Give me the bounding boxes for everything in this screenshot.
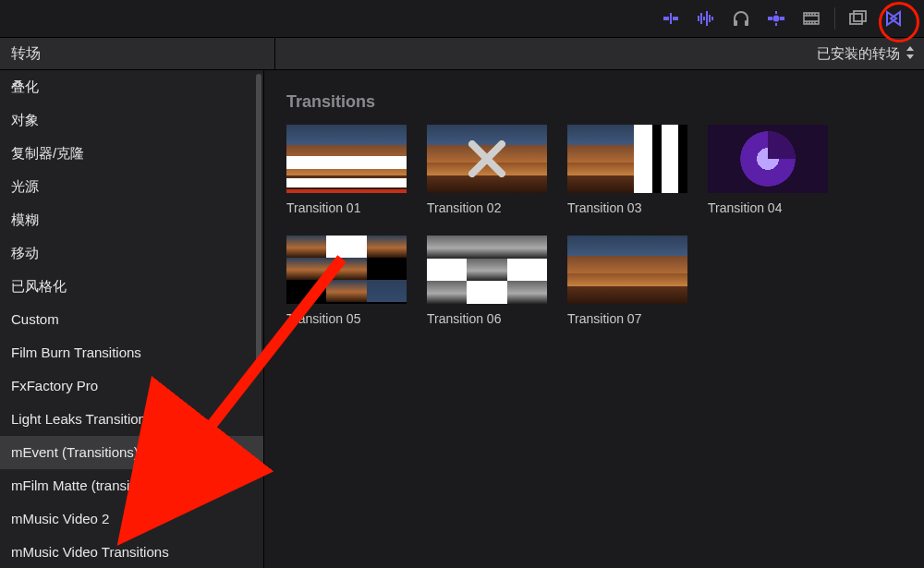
sidebar-item-label: 移动: [11, 245, 39, 260]
transition-label: Transition 06: [427, 311, 547, 326]
transition-grid: Transition 01Transition 02Transition 03T…: [286, 125, 924, 326]
svg-rect-2: [670, 13, 672, 24]
updown-chevron-icon: [906, 46, 915, 62]
sidebar-item[interactable]: 叠化: [0, 70, 263, 103]
sidebar-item-label: 叠化: [11, 79, 39, 94]
headphones-icon[interactable]: [731, 8, 751, 29]
transition-label: Transition 07: [567, 311, 687, 326]
transition-thumbnail: [286, 125, 407, 193]
transition-label: Transition 03: [567, 200, 687, 215]
sidebar-header: 转场: [0, 38, 275, 69]
sidebar-item[interactable]: 移动: [0, 236, 263, 270]
transition-item[interactable]: Transition 03: [567, 125, 687, 215]
svg-rect-28: [854, 11, 866, 21]
waveform-icon[interactable]: [696, 8, 716, 29]
transition-thumbnail: [708, 125, 828, 193]
sidebar-item-label: 已风格化: [11, 278, 67, 294]
sidebar-item[interactable]: Light Leaks Transitions: [0, 403, 263, 436]
split-icon[interactable]: [661, 8, 681, 29]
transition-thumbnail: [427, 125, 547, 193]
svg-rect-15: [775, 23, 777, 26]
transition-thumbnail: [567, 125, 687, 193]
sidebar-item[interactable]: mMusic Video 2: [0, 502, 263, 536]
body: 叠化对象复制器/克隆光源模糊移动已风格化CustomFilm Burn Tran…: [0, 70, 924, 568]
toolbar-group-audio: [648, 0, 834, 37]
transition-label: Transition 02: [427, 200, 547, 215]
sidebar-item-label: mFilm Matte (transitions): [11, 477, 164, 493]
svg-rect-10: [745, 20, 748, 26]
filter-dropdown[interactable]: 已安装的转场: [275, 38, 924, 69]
transition-label: Transition 05: [286, 311, 407, 326]
svg-point-13: [773, 16, 780, 22]
svg-rect-12: [780, 17, 784, 20]
main-panel: Transitions Transition 01Transition 02Tr…: [264, 70, 924, 568]
svg-rect-8: [711, 17, 713, 20]
category-title: 转场: [11, 44, 41, 64]
transition-item[interactable]: Transition 02: [427, 125, 547, 215]
sidebar-item-label: Film Burn Transitions: [11, 344, 141, 360]
sidebar-item-label: 光源: [11, 178, 39, 194]
svg-rect-1: [673, 17, 678, 20]
section-title: Transitions: [286, 92, 924, 112]
svg-rect-27: [850, 14, 862, 24]
sidebar-item-label: Custom: [11, 311, 59, 327]
filmstrip-icon[interactable]: [801, 8, 821, 29]
transition-thumbnail: [286, 236, 407, 304]
top-toolbar: [0, 0, 924, 38]
sidebar-item-label: 复制器/克隆: [11, 145, 84, 161]
transition-thumbnail: [567, 236, 687, 304]
transition-item[interactable]: Transition 06: [427, 236, 547, 326]
svg-rect-3: [698, 16, 699, 21]
sidebar-item[interactable]: mFilm Matte (transitions): [0, 469, 263, 502]
sidebar-scrollbar[interactable]: [256, 74, 261, 369]
transition-item[interactable]: Transition 04: [708, 125, 828, 215]
svg-rect-4: [700, 13, 702, 24]
sidebar-item[interactable]: 模糊: [0, 203, 263, 236]
transition-label: Transition 01: [286, 200, 407, 215]
transition-thumbnail: [427, 236, 547, 304]
sidebar-item[interactable]: 已风格化: [0, 270, 263, 303]
svg-rect-9: [734, 20, 737, 26]
sidebar-item[interactable]: Custom: [0, 303, 263, 336]
sidebar-item[interactable]: 光源: [0, 170, 263, 203]
svg-rect-0: [663, 17, 669, 20]
sidebar-item-label: mMusic Video 2: [11, 511, 109, 526]
sidebar-item-label: 模糊: [11, 211, 39, 227]
sidebar-item[interactable]: mEvent (Transitions): [0, 436, 263, 469]
sidebar-item-label: 对象: [11, 112, 39, 127]
sidebar-item[interactable]: Film Burn Transitions: [0, 336, 263, 369]
svg-rect-14: [775, 11, 777, 14]
sidebar-item[interactable]: mMusic Video Transitions: [0, 536, 263, 568]
transition-item[interactable]: Transition 01: [286, 125, 407, 215]
svg-rect-5: [703, 17, 705, 20]
sidebar-item[interactable]: 复制器/克隆: [0, 137, 263, 170]
header-row: 转场 已安装的转场: [0, 38, 924, 70]
color-wheel-icon[interactable]: [766, 8, 786, 29]
filter-label: 已安装的转场: [817, 45, 900, 63]
svg-rect-6: [706, 11, 708, 26]
media-browser-icon[interactable]: [848, 8, 869, 29]
transitions-browser-icon[interactable]: [883, 8, 904, 29]
sidebar-item-label: mMusic Video Transitions: [11, 544, 169, 560]
sidebar-item-label: Light Leaks Transitions: [11, 411, 152, 427]
sidebar: 叠化对象复制器/克隆光源模糊移动已风格化CustomFilm Burn Tran…: [0, 70, 264, 568]
sidebar-item[interactable]: FxFactory Pro: [0, 369, 263, 403]
sidebar-item-label: mEvent (Transitions): [11, 444, 139, 460]
svg-rect-7: [709, 15, 711, 22]
svg-rect-11: [768, 17, 772, 20]
toolbar-group-browsers: [835, 0, 917, 37]
transition-item[interactable]: Transition 07: [567, 236, 687, 326]
transition-label: Transition 04: [708, 200, 828, 215]
sidebar-item[interactable]: 对象: [0, 103, 263, 137]
sidebar-item-label: FxFactory Pro: [11, 378, 98, 393]
transition-item[interactable]: Transition 05: [286, 236, 407, 326]
